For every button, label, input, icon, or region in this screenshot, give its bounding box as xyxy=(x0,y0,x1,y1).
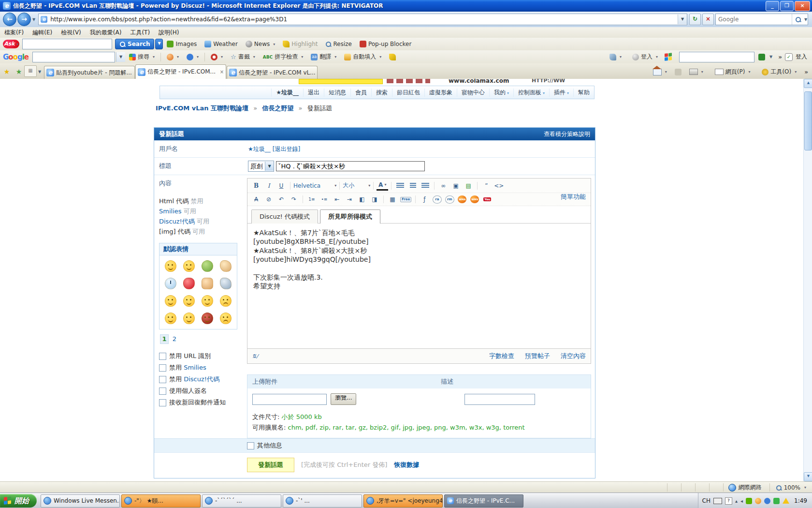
other-info-checkbox[interactable] xyxy=(247,442,254,449)
insert-table-button[interactable]: ▦ xyxy=(387,195,398,204)
google-add-button[interactable] xyxy=(183,54,203,60)
image-float-right-button[interactable]: ◨ xyxy=(369,195,380,204)
scrollbar-thumb[interactable] xyxy=(804,91,812,150)
smiley-sleepy-icon[interactable] xyxy=(202,295,213,307)
logout-link[interactable]: [退出登錄] xyxy=(273,145,300,153)
font-select[interactable]: Helvetica xyxy=(293,182,336,189)
google-search-button[interactable]: 搜尋 xyxy=(125,53,159,61)
smilies-page-2[interactable]: 2 xyxy=(171,335,178,344)
menu-file[interactable]: 檔案(F) xyxy=(0,29,28,37)
toolbar-settings-button[interactable] xyxy=(606,54,625,60)
insert-wmv-button[interactable]: WMV xyxy=(469,195,480,204)
smiley-clock-icon[interactable] xyxy=(165,278,176,289)
remove-format-button[interactable]: A xyxy=(250,195,262,204)
live-search-input[interactable] xyxy=(679,52,754,62)
maximize-button[interactable]: ❐ xyxy=(780,1,794,11)
smiley-hug-icon[interactable] xyxy=(202,260,213,272)
insert-realmedia-button[interactable]: rm xyxy=(444,195,455,204)
smiley-handshake-icon[interactable] xyxy=(202,278,213,289)
file-path-input[interactable] xyxy=(252,394,327,405)
insert-code-button[interactable]: <> xyxy=(493,181,505,190)
insert-quote-button[interactable]: ” xyxy=(480,181,492,190)
undo-button[interactable]: ↶ xyxy=(276,195,287,204)
history-dropdown-icon[interactable]: ▼ xyxy=(32,17,35,22)
google-input-dropdown-icon[interactable]: ▼ xyxy=(116,52,125,62)
google-bookmarks-button[interactable]: ☆書籤 xyxy=(227,53,259,61)
font-color-button[interactable]: A xyxy=(377,180,388,191)
credit-policy-link[interactable]: 查看積分策略說明 xyxy=(544,130,590,138)
zoom-control[interactable]: 100% xyxy=(770,484,812,491)
vertical-scrollbar[interactable]: ▲ ▼ xyxy=(803,79,812,481)
back-button[interactable]: ← xyxy=(3,13,16,26)
breadcrumb-subforum[interactable]: 信長之野望 xyxy=(262,105,293,112)
live-signin-button[interactable]: 登入 xyxy=(796,53,807,61)
keyboard-icon[interactable] xyxy=(713,498,722,504)
editor-content[interactable]: ★AkatSuk！、第7片`百地×毛毛 [youtube]8gXBRH-SB_E… xyxy=(247,224,591,348)
submit-post-button[interactable]: 發新話題 xyxy=(247,458,294,472)
collapse-tray-icon[interactable]: ◂ xyxy=(740,498,743,504)
nav-control-panel[interactable]: 控制面板 xyxy=(513,89,549,97)
ask-logo-icon[interactable]: Ask xyxy=(3,40,19,48)
close-button[interactable]: × xyxy=(795,1,810,11)
align-left-button[interactable] xyxy=(394,181,406,190)
task-chat-3[interactable]: -ˋ' ... xyxy=(283,494,362,508)
tab-ipve-active[interactable]: e 信長之野望 - IPvE.COM... × xyxy=(135,64,226,79)
tab-close-icon[interactable]: × xyxy=(220,69,224,75)
fontsize-select[interactable]: 大小 xyxy=(343,181,370,190)
breadcrumb-forum-home[interactable]: IPvE.COM vLan 互聯對戰論壇 xyxy=(156,105,248,112)
ordered-list-button[interactable]: 1≡ xyxy=(306,195,318,204)
stop-button[interactable]: × xyxy=(702,14,714,25)
tab-discuz-code-mode[interactable]: Discuz! 代碼模式 xyxy=(251,209,318,224)
tray-icon-person[interactable] xyxy=(773,498,780,504)
smiley-shy-icon[interactable] xyxy=(165,295,176,307)
bold-button[interactable]: B xyxy=(250,181,262,190)
smiley-grin-icon[interactable] xyxy=(183,260,195,272)
task-chat-2[interactable]: -ˋˊˋˊˋˊ ... xyxy=(202,494,281,508)
help-icon[interactable]: ? xyxy=(725,497,732,505)
ask-news-button[interactable]: News xyxy=(242,41,279,47)
search-go-button[interactable]: ▼ xyxy=(792,14,812,25)
smiley-surprised-icon[interactable] xyxy=(220,313,232,324)
google-signin-button[interactable]: 登入 xyxy=(628,53,662,61)
ask-highlight-button[interactable]: Highlight xyxy=(279,41,321,47)
live-search-button[interactable] xyxy=(758,54,765,60)
editor-resize-handle[interactable]: ⇅/ xyxy=(251,353,260,359)
image-float-left-button[interactable]: ◧ xyxy=(356,195,368,204)
task-messenger[interactable]: Windows Live Messen... xyxy=(41,494,120,508)
tab-youtube-question[interactable]: e 貼吾到youtube片 - 問題解... xyxy=(44,66,135,79)
nav-avatar[interactable]: 虛擬形象 xyxy=(424,89,457,97)
task-ie-ipve[interactable]: e信長之野望 - IPvE.C... xyxy=(444,494,523,508)
smiley-tongue-icon[interactable] xyxy=(165,313,176,324)
smiley-call-icon[interactable] xyxy=(220,278,232,289)
minimize-button[interactable]: _ xyxy=(766,1,779,11)
nav-help[interactable]: 幫助 xyxy=(573,89,594,97)
nav-redpacket[interactable]: 節日紅包 xyxy=(392,89,424,97)
toolbar-overflow-icon[interactable]: » xyxy=(778,54,782,60)
rss-button[interactable] xyxy=(675,69,682,75)
print-button[interactable] xyxy=(685,69,707,75)
tray-icon-msn-orange[interactable] xyxy=(755,498,761,504)
align-right-button[interactable] xyxy=(420,181,431,190)
tools-menu-button[interactable]: 工具(O) xyxy=(758,68,800,76)
command-overflow-icon[interactable]: » xyxy=(804,69,808,75)
outdent-button[interactable]: ⇤ xyxy=(331,195,343,204)
menu-tools[interactable]: 工具(T) xyxy=(126,29,154,37)
nav-plugins[interactable]: 插件 xyxy=(549,89,573,97)
favorites-star-icon[interactable]: ★ xyxy=(2,66,12,77)
checkbox[interactable] xyxy=(159,399,166,406)
insert-free-button[interactable]: Free xyxy=(399,195,412,204)
unlink-button[interactable]: ⊘ xyxy=(263,195,275,204)
align-center-button[interactable] xyxy=(407,181,419,190)
checkbox[interactable] xyxy=(159,388,166,395)
add-favorite-icon[interactable]: ★ xyxy=(14,66,24,77)
nav-members[interactable]: 會員 xyxy=(350,89,371,97)
thread-title-input[interactable] xyxy=(276,161,425,171)
checkbox[interactable] xyxy=(159,376,166,383)
page-menu-button[interactable]: 網頁(P) xyxy=(711,68,754,76)
insert-wma-button[interactable]: WMA xyxy=(456,195,468,204)
checkbox[interactable] xyxy=(159,364,166,372)
ask-search-dropdown-icon[interactable]: ▼ xyxy=(155,39,163,49)
insert-link-button[interactable]: ∞ xyxy=(437,181,449,190)
ie-search-input[interactable] xyxy=(716,15,792,23)
simple-mode-link[interactable]: 簡單功能 xyxy=(561,193,586,201)
